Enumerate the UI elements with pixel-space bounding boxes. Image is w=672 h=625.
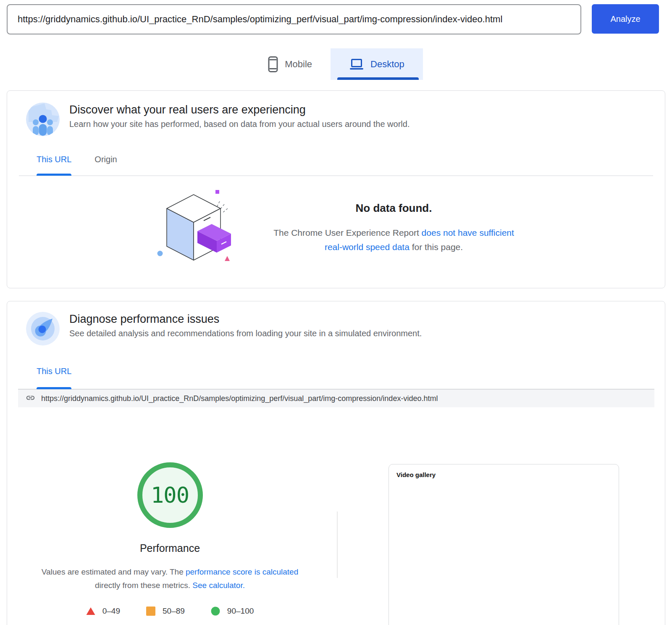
no-data-message-after: for this page. — [410, 242, 463, 252]
legend-range-average: 50–89 — [163, 607, 185, 616]
column-divider — [337, 512, 338, 578]
field-card-tabs: This URL Origin — [7, 136, 665, 175]
no-data-message-before: The Chrome User Experience Report — [273, 228, 421, 237]
field-card-header: Discover what your real users are experi… — [7, 91, 665, 136]
performance-score-calc-link[interactable]: performance score is calculated — [186, 567, 298, 576]
real-users-icon — [26, 103, 60, 136]
page-screenshot-thumbnail[interactable]: Video gallery — [388, 464, 619, 625]
lab-results-section: 100 Performance Values are estimated and… — [7, 407, 665, 624]
lab-diagnostics-card: Diagnose performance issues See detailed… — [7, 301, 665, 625]
tab-desktop[interactable]: Desktop — [331, 48, 423, 80]
no-data-message: The Chrome User Experience Report does n… — [272, 226, 516, 254]
link-icon — [26, 393, 35, 404]
analyzed-url: https://griddynamics.github.io/UI_practi… — [41, 394, 438, 403]
laptop-icon — [349, 58, 364, 71]
no-data-text: No data found. The Chrome User Experienc… — [272, 202, 516, 254]
no-data-title: No data found. — [272, 202, 516, 215]
lab-card-title: Diagnose performance issues — [69, 312, 422, 326]
pass-circle-icon — [211, 607, 220, 616]
url-input[interactable] — [7, 4, 581, 34]
legend-range-fail: 0–49 — [102, 607, 120, 616]
field-data-card: Discover what your real users are experi… — [7, 90, 665, 288]
lab-card-subtitle: See detailed analysis and recommendation… — [69, 329, 422, 338]
performance-gauge[interactable]: 100 — [137, 462, 203, 528]
phone-icon — [268, 56, 278, 73]
lab-card-header: Diagnose performance issues See detailed… — [7, 301, 665, 345]
disclaimer-text-2: directly from these metrics. — [95, 581, 192, 590]
topbar: Analyze — [0, 0, 672, 34]
average-square-icon — [146, 607, 155, 616]
gauge-icon — [26, 312, 60, 345]
analyze-button[interactable]: Analyze — [592, 4, 659, 34]
score-disclaimer: Values are estimated and may vary. The p… — [34, 565, 307, 592]
field-card-subtitle: Learn how your site has performed, based… — [69, 119, 410, 129]
field-tab-this-url[interactable]: This URL — [37, 155, 71, 175]
performance-score-value: 100 — [151, 483, 189, 508]
performance-score-column: 100 Performance Values are estimated and… — [7, 407, 333, 616]
analyzed-url-bar: https://griddynamics.github.io/UI_practi… — [18, 389, 654, 407]
lab-card-tabs: This URL — [7, 345, 665, 389]
legend-item-pass: 90–100 — [211, 607, 254, 616]
legend-item-average: 50–89 — [146, 607, 185, 616]
field-card-title: Discover what your real users are experi… — [69, 103, 410, 117]
score-legend: 0–49 50–89 90–100 — [86, 607, 254, 616]
device-tabs: Mobile Desktop — [0, 48, 672, 80]
see-calculator-link[interactable]: See calculator. — [192, 581, 245, 590]
lab-card-heading: Diagnose performance issues See detailed… — [69, 312, 422, 338]
no-data-section: No data found. The Chrome User Experienc… — [7, 176, 665, 288]
performance-label: Performance — [140, 542, 200, 554]
legend-range-pass: 90–100 — [227, 607, 254, 616]
tab-mobile[interactable]: Mobile — [249, 48, 331, 80]
legend-item-fail: 0–49 — [86, 607, 120, 616]
disclaimer-text-1: Values are estimated and may vary. The — [42, 567, 186, 576]
empty-drawer-illustration — [157, 190, 245, 266]
field-card-heading: Discover what your real users are experi… — [69, 103, 410, 129]
field-tab-origin[interactable]: Origin — [94, 155, 117, 175]
fail-triangle-icon — [86, 607, 95, 615]
lab-tab-this-url[interactable]: This URL — [37, 367, 71, 389]
tab-mobile-label: Mobile — [285, 59, 312, 70]
tab-desktop-label: Desktop — [370, 59, 404, 70]
video-gallery-label: Video gallery — [389, 464, 619, 478]
